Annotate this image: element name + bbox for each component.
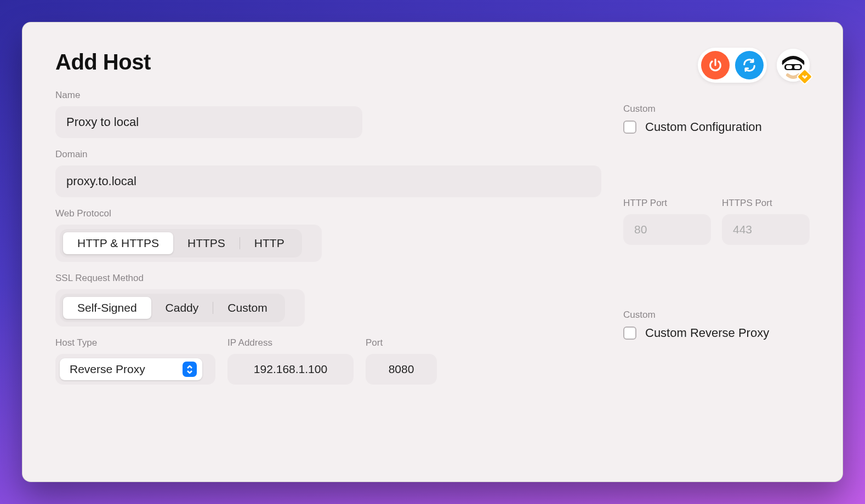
ip-label: IP Address [227, 337, 354, 348]
header-actions [698, 48, 810, 83]
hosttype-select-wrap: Reverse Proxy [55, 354, 215, 385]
hosttype-col: Host Type Reverse Proxy [55, 337, 215, 385]
protocol-segmented-wrap: HTTP & HTTPS HTTPS HTTP [55, 225, 322, 262]
hosttype-value: Reverse Proxy [70, 363, 145, 376]
http-port-input[interactable] [623, 214, 711, 245]
port-col: Port [366, 337, 437, 385]
chevron-down-icon [801, 73, 808, 80]
page-title: Add Host [55, 50, 601, 75]
ports-row: HTTP Port HTTPS Port [623, 198, 810, 245]
ip-input[interactable] [227, 354, 354, 385]
custom-config-row: Custom Custom Configuration [623, 104, 810, 134]
app-window: Add Host Name Domain Web Protocol HTTP &… [22, 22, 843, 482]
custom-config-checkbox-row: Custom Configuration [623, 120, 810, 134]
protocol-label: Web Protocol [55, 208, 601, 219]
ssl-option-self[interactable]: Self-Signed [63, 297, 151, 319]
http-port-col: HTTP Port [623, 198, 711, 245]
content-area: Add Host Name Domain Web Protocol HTTP &… [22, 22, 843, 385]
protocol-option-both[interactable]: HTTP & HTTPS [63, 232, 173, 254]
left-column: Add Host Name Domain Web Protocol HTTP &… [55, 50, 601, 385]
domain-row: Domain [55, 149, 601, 197]
host-row: Host Type Reverse Proxy IP Address [55, 337, 601, 385]
power-button[interactable] [701, 51, 730, 79]
ssl-segmented: Self-Signed Caddy Custom [60, 294, 285, 322]
protocol-segmented: HTTP & HTTPS HTTPS HTTP [60, 229, 302, 257]
protocol-option-https[interactable]: HTTPS [173, 232, 240, 254]
name-row: Name [55, 90, 601, 138]
custom-config-text: Custom Configuration [645, 120, 762, 134]
ip-col: IP Address [227, 337, 354, 385]
ssl-label: SSL Request Method [55, 273, 601, 284]
svg-rect-2 [786, 65, 792, 69]
https-port-input[interactable] [722, 214, 810, 245]
action-pill [698, 48, 767, 83]
ssl-row: SSL Request Method Self-Signed Caddy Cus… [55, 273, 601, 327]
domain-label: Domain [55, 149, 601, 160]
ssl-segmented-wrap: Self-Signed Caddy Custom [55, 289, 305, 327]
https-port-col: HTTPS Port [722, 198, 810, 245]
hosttype-label: Host Type [55, 337, 215, 348]
power-icon [708, 58, 723, 73]
custom-rproxy-checkbox-row: Custom Reverse Proxy [623, 326, 810, 340]
custom-label-2: Custom [623, 310, 810, 320]
hosttype-select[interactable]: Reverse Proxy [60, 358, 202, 380]
port-label: Port [366, 337, 437, 348]
http-port-label: HTTP Port [623, 198, 711, 209]
header-actions-row [623, 48, 810, 83]
port-input[interactable] [366, 354, 437, 385]
svg-rect-3 [794, 65, 800, 69]
name-input[interactable] [55, 106, 362, 138]
protocol-row: Web Protocol HTTP & HTTPS HTTPS HTTP [55, 208, 601, 262]
custom-rproxy-text: Custom Reverse Proxy [645, 326, 769, 340]
domain-input[interactable] [55, 165, 601, 197]
refresh-button[interactable] [735, 51, 764, 79]
custom-rproxy-row: Custom Custom Reverse Proxy [623, 310, 810, 340]
avatar[interactable] [777, 49, 810, 82]
ssl-option-caddy[interactable]: Caddy [151, 297, 213, 319]
custom-config-checkbox[interactable] [623, 121, 636, 134]
ssl-option-custom[interactable]: Custom [213, 297, 281, 319]
name-label: Name [55, 90, 601, 101]
custom-rproxy-checkbox[interactable] [623, 327, 636, 340]
select-stepper-icon [183, 362, 197, 377]
refresh-icon [742, 58, 757, 73]
custom-label-1: Custom [623, 104, 810, 114]
https-port-label: HTTPS Port [722, 198, 810, 209]
right-column: Custom Custom Configuration HTTP Port HT… [623, 50, 810, 385]
protocol-option-http[interactable]: HTTP [240, 232, 299, 254]
